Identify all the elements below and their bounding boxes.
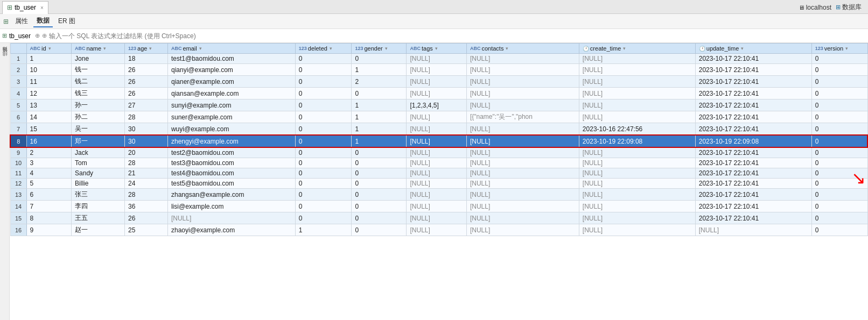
sidebar-icon-filter[interactable]: 筛	[0, 55, 10, 58]
col-id-label: id	[41, 45, 46, 52]
er-button[interactable]: ER 图	[55, 16, 79, 27]
header-gender[interactable]: 123 gender ▾	[352, 44, 407, 54]
filter-table-label: tb_user	[9, 32, 31, 40]
table-row[interactable]: 103Tom28test3@baomidou.com00[NULL][NULL]…	[10, 158, 867, 168]
table-cell: 2023-10-19 22:09:08	[695, 135, 811, 147]
sidebar-icon-table[interactable]: ⊞	[2, 45, 8, 53]
table-cell: [NULL]	[466, 179, 579, 189]
table-cell: [NULL]	[579, 189, 695, 201]
header-update-time[interactable]: 🕐 update_time ▾	[695, 44, 811, 54]
table-row[interactable]: 715吴一30wuyi@example.com01[NULL][NULL]202…	[10, 123, 867, 136]
table-row[interactable]: 147李四36lisi@example.com00[NULL][NULL][NU…	[10, 201, 867, 212]
grid-icon: ⊞	[3, 18, 9, 25]
table-wrapper[interactable]: ABC id ▾ ABC name ▾	[10, 43, 868, 320]
header-create-time[interactable]: 🕐 create_time ▾	[579, 44, 695, 54]
table-cell: Billie	[72, 179, 125, 189]
col-name-label: name	[87, 45, 102, 52]
table-cell: 0	[352, 54, 407, 64]
table-cell: 0	[295, 54, 352, 64]
header-version[interactable]: 123 version ▾	[811, 44, 867, 54]
table-cell: 1	[26, 54, 72, 64]
table-cell: [NULL]	[466, 135, 579, 147]
table-cell: 2	[352, 76, 407, 88]
table-cell: [NULL]	[579, 158, 695, 168]
table-cell: qianyi@example.com	[167, 64, 295, 76]
tab-close-button[interactable]: ×	[40, 5, 44, 11]
table-cell: 15	[26, 123, 72, 136]
table-cell: 0	[295, 76, 352, 88]
table-row[interactable]: 210钱一26qianyi@example.com01[NULL][NULL][…	[10, 64, 867, 76]
table-cell: 0	[295, 123, 352, 136]
table-cell: 0	[352, 147, 407, 158]
table-cell: [NULL]	[579, 147, 695, 158]
table-cell: 0	[811, 135, 867, 147]
table-row[interactable]: 311钱二26qianer@example.com02[NULL][NULL][…	[10, 76, 867, 88]
table-row[interactable]: 11Jone18test1@baomidou.com00[NULL][NULL]…	[10, 54, 867, 64]
table-cell: [NULL]	[466, 123, 579, 136]
table-cell: 28	[125, 189, 168, 201]
table-cell: 30	[125, 135, 168, 147]
table-cell: 1	[352, 64, 407, 76]
table-cell: 0	[811, 64, 867, 76]
header-id[interactable]: ABC id ▾	[26, 44, 72, 54]
table-cell: 13	[26, 99, 72, 111]
database-indicator: ⊞ 数据库	[836, 3, 862, 12]
table-cell: [NULL]	[407, 76, 466, 88]
table-cell: [NULL]	[579, 179, 695, 189]
table-cell: lisi@example.com	[167, 201, 295, 212]
table-row[interactable]: 169赵一25zhaoyi@example.com10[NULL][NULL][…	[10, 224, 867, 236]
header-name[interactable]: ABC name ▾	[72, 44, 125, 54]
table-cell: 0	[295, 158, 352, 168]
table-cell: test1@baomidou.com	[167, 54, 295, 64]
table-cell: 0	[811, 201, 867, 212]
header-deleted[interactable]: 123 deleted ▾	[295, 44, 352, 54]
table-cell: 2023-10-17 22:10:41	[695, 179, 811, 189]
table-cell: 0	[295, 212, 352, 224]
table-cell: 0	[811, 179, 867, 189]
table-cell: 0	[295, 99, 352, 111]
table-cell: 2023-10-17 22:10:41	[695, 88, 811, 99]
table-cell: 钱一	[72, 64, 125, 76]
table-row[interactable]: 158王五26[NULL]00[NULL][NULL][NULL]2023-10…	[10, 212, 867, 224]
table-cell: 1	[352, 111, 407, 123]
table-cell: 0	[295, 64, 352, 76]
table-row[interactable]: 136张三28zhangsan@example.com00[NULL][NULL…	[10, 189, 867, 201]
table-cell: 0	[295, 111, 352, 123]
table-cell: [NULL]	[407, 111, 466, 123]
table-cell: 0	[811, 111, 867, 123]
table-cell: [NULL]	[579, 201, 695, 212]
data-button[interactable]: 数据	[33, 15, 53, 27]
table-row[interactable]: 816郑一30zhengyi@example.com01[NULL][NULL]…	[10, 135, 867, 147]
table-cell: [NULL]	[407, 189, 466, 201]
table-cell: Jack	[72, 147, 125, 158]
table-cell: zhengyi@example.com	[167, 135, 295, 147]
properties-button[interactable]: 属性	[12, 16, 31, 27]
filter-input[interactable]	[49, 32, 866, 40]
table-row[interactable]: 125Billie24test5@baomidou.com00[NULL][NU…	[10, 179, 867, 189]
table-cell: qianer@example.com	[167, 76, 295, 88]
table-cell: 2023-10-17 22:10:41	[695, 158, 811, 168]
table-cell: 21	[125, 168, 168, 179]
tab-bar: ⊞ tb_user × 🖥 localhost ⊞ 数据库	[0, 0, 868, 14]
table-cell: 10	[26, 64, 72, 76]
table-row[interactable]: 412钱三26qiansan@example.com00[NULL][NULL]…	[10, 88, 867, 99]
table-cell: [NULL]	[407, 224, 466, 236]
header-contacts[interactable]: ABC contacts ▾	[466, 44, 579, 54]
table-row[interactable]: 114Sandy21test4@baomidou.com00[NULL][NUL…	[10, 168, 867, 179]
table-row[interactable]: 614孙二28suner@example.com01[NULL][{"name"…	[10, 111, 867, 123]
table-cell: 0	[352, 179, 407, 189]
table-cell: [NULL]	[167, 212, 295, 224]
header-email[interactable]: ABC email ▾	[167, 44, 295, 54]
table-cell: 15	[10, 212, 26, 224]
table-row[interactable]: 92Jack20test2@baomidou.com00[NULL][NULL]…	[10, 147, 867, 158]
table-row[interactable]: 513孙一27sunyi@example.com01[1,2,3,4,5][NU…	[10, 99, 867, 111]
header-tags[interactable]: ABC tags ▾	[407, 44, 466, 54]
tab-tb-user[interactable]: ⊞ tb_user ×	[2, 1, 48, 14]
filter-bar: ⊞ tb_user ⊕ ⊕	[0, 29, 868, 43]
table-cell: 2023-10-19 22:09:08	[579, 135, 695, 147]
table-cell: 0	[811, 224, 867, 236]
table-cell: 1	[352, 123, 407, 136]
header-age[interactable]: 123 age ▾	[125, 44, 168, 54]
sidebar-icon-sort[interactable]: 排	[0, 60, 10, 62]
table-cell: 3	[26, 158, 72, 168]
